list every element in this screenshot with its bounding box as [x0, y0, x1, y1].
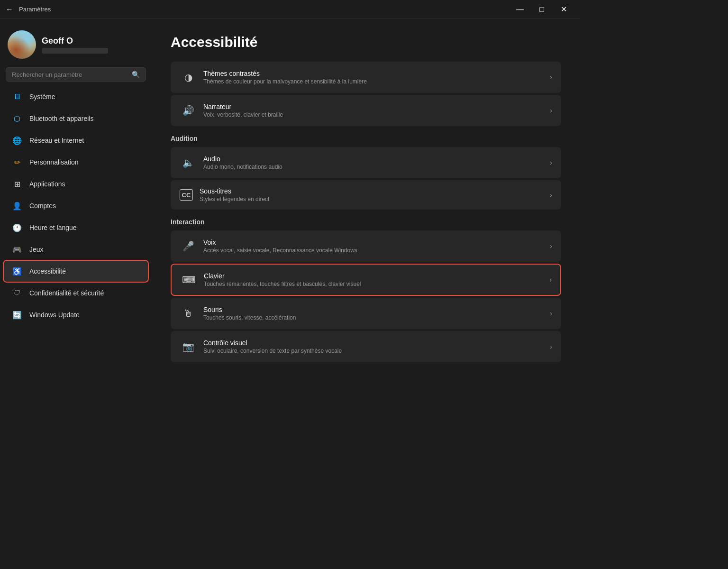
chevron-right-icon: ›	[550, 310, 552, 317]
souris-icon: 🖱	[180, 305, 197, 322]
comptes-icon: 👤	[11, 200, 23, 211]
setting-desc: Voix, verbosité, clavier et braille	[203, 111, 550, 118]
chevron-right-icon: ›	[550, 343, 552, 350]
setting-title: Voix	[203, 239, 550, 246]
setting-desc: Accès vocal, saisie vocale, Reconnaissan…	[203, 247, 550, 254]
user-info: Geoff O	[42, 36, 108, 54]
setting-title: Thèmes contrastés	[203, 70, 550, 77]
setting-title: Clavier	[204, 272, 549, 280]
reseau-icon: 🌐	[11, 135, 23, 146]
voix-icon: 🎤	[180, 238, 197, 255]
setting-clavier[interactable]: ⌨ Clavier Touches rémanentes, touches fi…	[171, 264, 561, 296]
setting-text: Clavier Touches rémanentes, touches filt…	[204, 272, 549, 287]
narrateur-icon: 🔊	[180, 102, 197, 119]
setting-text: Contrôle visuel Suivi oculaire, conversi…	[203, 339, 550, 354]
user-email	[42, 48, 108, 54]
search-icon: 🔍	[132, 71, 140, 78]
sous-titres-icon: CC	[180, 189, 193, 201]
sidebar-item-bluetooth[interactable]: ⬡ Bluetooth et appareils	[4, 108, 148, 129]
audio-icon: 🔈	[180, 154, 197, 171]
setting-controle-visuel[interactable]: 📷 Contrôle visuel Suivi oculaire, conver…	[171, 331, 561, 362]
setting-title: Souris	[203, 306, 550, 313]
applications-icon: ⊞	[11, 178, 23, 190]
chevron-right-icon: ›	[550, 107, 552, 114]
search-input[interactable]	[12, 71, 128, 78]
minimize-button[interactable]: —	[509, 0, 531, 19]
chevron-right-icon: ›	[550, 159, 552, 166]
page-title: Accessibilité	[171, 34, 561, 50]
sidebar-item-label: Réseau et Internet	[29, 137, 84, 144]
sidebar-item-comptes[interactable]: 👤 Comptes	[4, 195, 148, 216]
windows-update-icon: 🔄	[11, 309, 23, 321]
systeme-icon: 🖥	[11, 91, 23, 102]
maximize-button[interactable]: □	[531, 0, 553, 19]
user-section: Geoff O	[0, 27, 152, 66]
setting-souris[interactable]: 🖱 Souris Touches souris, vitesse, accélé…	[171, 298, 561, 329]
sidebar-item-label: Système	[29, 93, 55, 101]
sidebar-item-label: Heure et langue	[29, 224, 77, 231]
sidebar: Geoff O 🔍 🖥 Système ⬡ Bluetooth et appar…	[0, 19, 152, 455]
setting-title: Sous-titres	[200, 187, 550, 195]
personnalisation-icon: ✏	[11, 156, 23, 168]
sidebar-item-label: Comptes	[29, 202, 56, 210]
setting-text: Souris Touches souris, vitesse, accéléra…	[203, 306, 550, 321]
setting-audio[interactable]: 🔈 Audio Audio mono, notifications audio …	[171, 147, 561, 178]
sidebar-item-confidentialite[interactable]: 🛡 Confidentialité et sécurité	[4, 283, 148, 303]
app-container: Geoff O 🔍 🖥 Système ⬡ Bluetooth et appar…	[0, 19, 580, 455]
sidebar-item-label: Confidentialité et sécurité	[29, 289, 104, 297]
clavier-icon: ⌨	[180, 271, 197, 288]
accessibilite-icon: ♿	[11, 266, 23, 277]
setting-desc: Suivi oculaire, conversion de texte par …	[203, 348, 550, 354]
setting-sous-titres[interactable]: CC Sous-titres Styles et légendes en dir…	[171, 180, 561, 210]
search-box[interactable]: 🔍	[6, 67, 146, 82]
chevron-right-icon: ›	[549, 276, 552, 284]
chevron-right-icon: ›	[550, 191, 552, 199]
heure-icon: 🕐	[11, 222, 23, 233]
setting-text: Sous-titres Styles et légendes en direct	[200, 187, 550, 202]
user-name: Geoff O	[42, 36, 108, 46]
sidebar-item-heure[interactable]: 🕐 Heure et langue	[4, 217, 148, 238]
chevron-right-icon: ›	[550, 73, 552, 81]
sidebar-item-accessibilite[interactable]: ♿ Accessibilité	[4, 261, 148, 282]
back-button[interactable]: ←	[6, 5, 13, 14]
setting-desc: Touches rémanentes, touches filtres et b…	[204, 281, 549, 287]
audition-header: Audition	[171, 135, 561, 142]
setting-text: Thèmes contrastés Thèmes de couleur pour…	[203, 70, 550, 85]
setting-narrateur[interactable]: 🔊 Narrateur Voix, verbosité, clavier et …	[171, 95, 561, 126]
sidebar-item-label: Applications	[29, 180, 65, 188]
setting-desc: Touches souris, vitesse, accélération	[203, 314, 550, 321]
setting-desc: Thèmes de couleur pour la malvoyance et …	[203, 78, 550, 85]
setting-desc: Audio mono, notifications audio	[203, 164, 550, 170]
sidebar-item-reseau[interactable]: 🌐 Réseau et Internet	[4, 130, 148, 151]
sidebar-item-personnalisation[interactable]: ✏ Personnalisation	[4, 152, 148, 173]
sidebar-item-label: Personnalisation	[29, 158, 79, 166]
chevron-right-icon: ›	[550, 242, 552, 250]
close-button[interactable]: ✕	[553, 0, 574, 19]
avatar	[8, 30, 36, 59]
sidebar-item-windows-update[interactable]: 🔄 Windows Update	[4, 304, 148, 325]
setting-title: Contrôle visuel	[203, 339, 550, 347]
controle-visuel-icon: 📷	[180, 338, 197, 355]
jeux-icon: 🎮	[11, 244, 23, 255]
sidebar-item-jeux[interactable]: 🎮 Jeux	[4, 239, 148, 260]
interaction-header: Interaction	[171, 218, 561, 226]
sidebar-item-label: Jeux	[29, 246, 44, 253]
setting-text: Voix Accès vocal, saisie vocale, Reconna…	[203, 239, 550, 254]
setting-desc: Styles et légendes en direct	[200, 196, 550, 202]
window-controls: — □ ✕	[509, 0, 574, 19]
setting-text: Audio Audio mono, notifications audio	[203, 155, 550, 170]
sidebar-item-label: Windows Update	[29, 311, 80, 319]
sidebar-item-applications[interactable]: ⊞ Applications	[4, 174, 148, 194]
setting-voix[interactable]: 🎤 Voix Accès vocal, saisie vocale, Recon…	[171, 230, 561, 262]
bluetooth-icon: ⬡	[11, 113, 23, 124]
setting-text: Narrateur Voix, verbosité, clavier et br…	[203, 103, 550, 118]
themes-contrastes-icon: ◑	[180, 69, 197, 86]
window-title: Paramètres	[19, 6, 51, 13]
sidebar-item-label: Bluetooth et appareils	[29, 115, 93, 122]
sidebar-item-systeme[interactable]: 🖥 Système	[4, 86, 148, 107]
main-content: Accessibilité ◑ Thèmes contrastés Thèmes…	[152, 19, 580, 455]
title-bar: ← Paramètres — □ ✕	[0, 0, 580, 19]
setting-title: Narrateur	[203, 103, 550, 110]
setting-themes-contrastes[interactable]: ◑ Thèmes contrastés Thèmes de couleur po…	[171, 62, 561, 93]
setting-title: Audio	[203, 155, 550, 163]
